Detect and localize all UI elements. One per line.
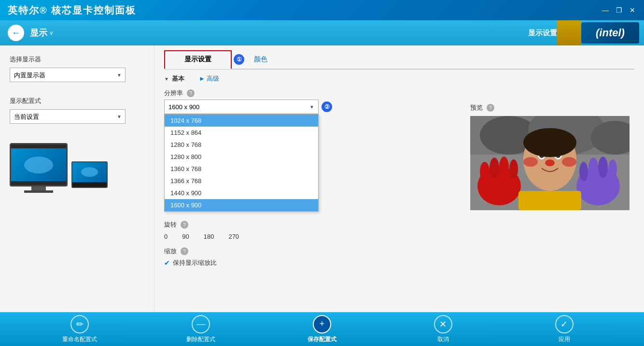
footer-btn-delete[interactable]: — 删除配置式 [182,315,220,344]
monitor-large [10,143,68,187]
svg-point-20 [588,158,598,179]
rotation-val-3: 270 [228,233,239,240]
triangle-icon-advanced: ► [199,75,207,82]
monitor-small [71,161,108,188]
basic-section-header: ▼ 基本 ► 高级 [164,74,634,83]
preview-help-icon[interactable]: ? [487,104,494,112]
svg-point-24 [523,128,576,157]
preview-label-row: 预览 ? [470,103,630,112]
apply-icon: ✓ [555,315,574,333]
minimize-button[interactable]: — [602,6,609,14]
config-select-label: 显示配置式 [10,97,144,105]
intel-logo: (intel) [581,22,639,43]
rotation-val-2: 180 [204,233,214,240]
monitor-small-container [71,161,108,188]
footer-btn-cancel[interactable]: ✕ 取消 [424,315,462,344]
tab-indicator-1: ① [234,54,244,65]
save-icon: + [313,315,331,333]
resolution-option-5[interactable]: 1366 x 768 [165,175,318,187]
resolution-label: 分辨率 [164,89,183,98]
preview-image [470,116,630,210]
monitor-oval-large [24,157,53,173]
svg-point-19 [579,162,588,181]
svg-point-21 [598,157,608,178]
svg-point-17 [509,159,518,179]
preview-label: 预览 [470,103,483,112]
basic-section-label: 基本 [172,74,184,83]
preview-section: 预览 ? [470,103,630,210]
rotation-values-row: 0 90 180 270 [164,233,634,240]
monitors-image [10,143,144,193]
rename-label: 重命名配置式 [62,335,97,344]
footer-btn-apply[interactable]: ✓ 应用 [545,315,584,344]
delete-label: 删除配置式 [186,335,215,344]
back-arrow-icon: ← [12,28,20,38]
svg-point-15 [490,158,499,179]
resolution-option-1[interactable]: 1152 x 864 [165,127,318,139]
config-section: 显示配置式 当前设置 [10,97,144,124]
svg-point-12 [562,157,576,167]
window-controls: — ❐ ✕ [602,6,636,14]
rotation-label: 旋转 [164,220,177,229]
resolution-indicator-2: ② [322,101,332,112]
scaling-checkbox-row: ✔ 保持显示缩放比 [164,259,634,267]
scaling-field: 缩放 ? ✔ 保持显示缩放比 [164,247,634,267]
resolution-help-icon[interactable]: ? [187,89,195,97]
scaling-label-row: 缩放 ? [164,247,634,256]
footer-btn-save[interactable]: + 保存配置式 [303,315,341,344]
resolution-option-2[interactable]: 1280 x 768 [165,139,318,151]
scaling-help-icon[interactable]: ? [181,247,188,255]
svg-rect-23 [518,191,581,210]
monitor-select-wrapper: 内置显示器 [10,68,126,82]
resolution-current-value: 1600 x 900 [168,103,199,111]
triangle-icon-basic: ▼ [164,76,169,82]
monitor-screen-large [11,148,66,181]
right-panel: 三联网 3LIAN.COM 显示设置 ① 颜色 ▼ 基本 ► 高级 分辨率 ? [154,45,644,312]
resolution-label-row: 分辨率 ? [164,89,634,98]
advanced-link[interactable]: ► 高级 [199,74,219,83]
svg-point-22 [608,159,617,179]
resolution-option-3[interactable]: 1280 x 800 [165,151,318,163]
nav-title: 显示 [30,27,47,39]
resolution-option-6[interactable]: 1440 x 900 [165,187,318,199]
scaling-checkbox-icon[interactable]: ✔ [164,259,170,267]
monitor-screen-small [72,162,107,182]
save-label: 保存配置式 [308,335,336,344]
rotation-val-0: 0 [164,233,168,240]
monitor-base [24,190,53,193]
tabs-container: 显示设置 ① 颜色 [164,50,634,70]
rotation-val-1: 90 [182,233,189,240]
close-button[interactable]: ✕ [629,6,636,14]
intel-text: (intel) [596,27,625,39]
nav-dropdown-icon[interactable]: ∨ [49,29,54,36]
config-select[interactable]: 当前设置 [10,109,126,124]
restore-button[interactable]: ❐ [615,6,623,14]
monitor-select[interactable]: 内置显示器 [10,68,126,82]
svg-point-14 [480,162,490,181]
cancel-label: 取消 [437,335,449,344]
rotation-label-row: 旋转 ? [164,220,634,229]
resolution-option-4[interactable]: 1360 x 768 [165,163,318,175]
nav-bar: ← 显示 ∨ 显示设置 (intel) [0,20,644,45]
monitor-select-label: 选择显示器 [10,55,144,64]
svg-point-11 [523,157,538,167]
cancel-icon: ✕ [434,315,452,333]
back-button[interactable]: ← [8,25,24,41]
tab-color[interactable]: 颜色 [254,55,267,63]
svg-point-16 [499,157,509,178]
scaling-label: 缩放 [164,247,177,256]
resolution-option-7[interactable]: 1600 x 900 [165,199,318,211]
delete-icon: — [192,315,210,333]
sidebar: 选择显示器 内置显示器 显示配置式 当前设置 [0,45,154,312]
rotation-field: 旋转 ? 0 90 180 270 [164,220,634,240]
tab-display-settings[interactable]: 显示设置 [164,50,232,69]
apply-label: 应用 [559,335,570,344]
resolution-container: 1600 x 900 1024 x 768 1152 x 864 1280 x … [164,100,319,114]
footer: ✏ 重命名配置式 — 删除配置式 + 保存配置式 ✕ 取消 ✓ 应用 [0,312,644,346]
resolution-option-0[interactable]: 1024 x 768 [165,115,318,127]
rotation-help-icon[interactable]: ? [181,221,188,229]
title-bar: 英特尔® 核芯显卡控制面板 — ❐ ✕ [0,0,644,20]
monitor-stand [31,187,46,190]
resolution-select-box[interactable]: 1600 x 900 [164,100,319,114]
footer-btn-rename[interactable]: ✏ 重命名配置式 [60,315,99,344]
